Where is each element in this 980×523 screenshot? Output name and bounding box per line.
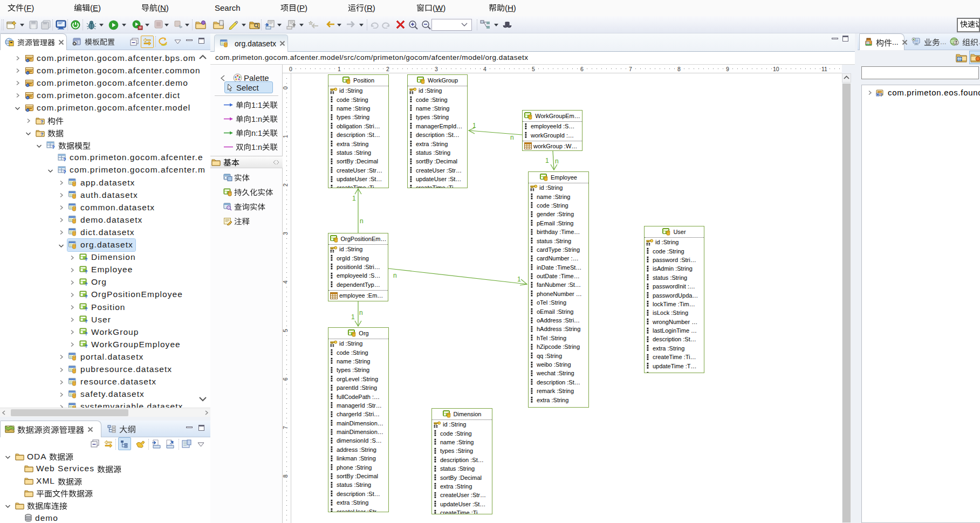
svg-text:?: ? (85, 331, 88, 336)
svg-text:?: ? (40, 119, 44, 125)
svg-text:?: ? (85, 257, 88, 262)
svg-text:?: ? (85, 269, 88, 274)
svg-text:?: ? (40, 132, 44, 137)
svg-text:?: ? (85, 294, 88, 299)
svg-text:?: ? (880, 92, 883, 97)
svg-text:?: ? (63, 157, 66, 162)
svg-text:?: ? (63, 169, 66, 174)
svg-text:?: ? (85, 319, 88, 324)
svg-text:?: ? (85, 306, 88, 311)
svg-text:?: ? (52, 144, 55, 149)
svg-text:?: ? (85, 343, 88, 348)
svg-text:?: ? (85, 281, 88, 286)
